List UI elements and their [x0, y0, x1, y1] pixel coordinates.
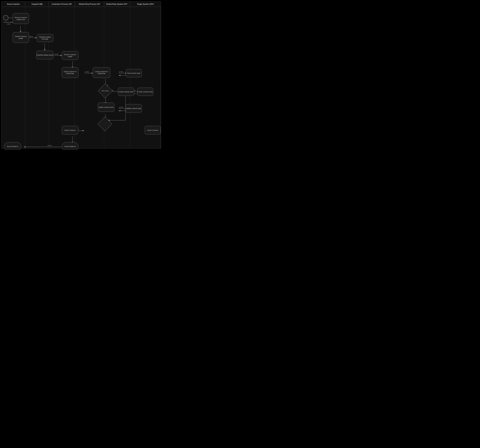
start-circle [3, 15, 8, 21]
lane-header-customers: Customers Process API [49, 2, 75, 7]
upsert-customer-global: Upsert Customer in Global Data [62, 67, 78, 78]
receive-customer-update-event: Receive Customer update event [13, 13, 29, 24]
record-global-id-proc: Record Global Id [62, 142, 78, 150]
lanes-body: HTTPS HTTPS HTTPS HTTPS Yes No HTTPS [2, 7, 161, 148]
lane-header-global-sys: Global Party System API * [104, 2, 130, 7]
lookup-customer-global: Lookup customer in Global Data [93, 67, 110, 78]
lane-header-source: Source System [2, 2, 25, 7]
create-customer-party-sys: Create customer party [137, 88, 153, 96]
publish-customer-update: Publish Customer update [13, 32, 29, 43]
lane-col-source [2, 7, 25, 148]
receive-customer-update2: Receive Customer update [62, 51, 78, 60]
lane-col-mq [25, 7, 49, 148]
lane-header-mq: Anypoint MQ [25, 2, 49, 7]
upsert-customer-target: Upsert Customer [145, 126, 161, 134]
record-global-id-source: Record Global Id [4, 142, 21, 150]
update-customer-party-proc: Update customer party [98, 103, 114, 112]
partyrole-update-queue: PartyRole Update Queue [36, 51, 53, 59]
upsert-customer-proc: Upsert Customer [62, 126, 78, 134]
partyrole-update-exchange: PartyRole Update Exchange [37, 34, 53, 42]
create-customer-party-proc: Create customer party [118, 88, 134, 96]
party-exists-diamond: Party exists? [99, 85, 111, 97]
diagram-wrapper: Source System Anypoint MQ Customers Proc… [1, 1, 161, 149]
lane-header-global-proc: Global Party Process API [75, 2, 104, 7]
update-customer-party-sys: Update customer party [126, 104, 142, 113]
lane-headers: Source System Anypoint MQ Customers Proc… [2, 2, 161, 7]
find-customer-party: Find customer party [126, 69, 142, 77]
merge-diamond [99, 118, 111, 130]
lane-header-target: Target System APIs* [130, 2, 161, 7]
